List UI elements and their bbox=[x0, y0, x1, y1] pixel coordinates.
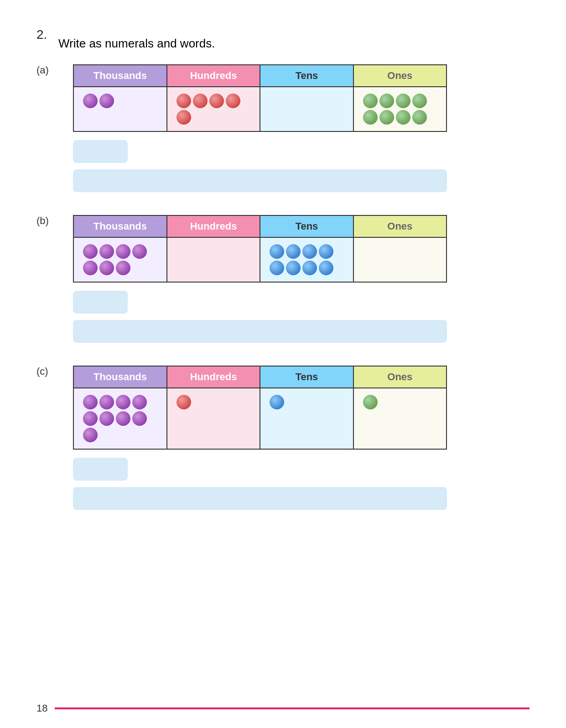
page-footer: 18 bbox=[36, 702, 530, 714]
dot bbox=[270, 244, 284, 259]
dots-c-hundreds bbox=[177, 395, 251, 409]
dot bbox=[209, 94, 224, 108]
part-a: (a) Thousands Hundreds Tens Ones bbox=[36, 64, 530, 192]
dot bbox=[412, 94, 427, 108]
cell-b-thousands bbox=[73, 237, 167, 282]
dot bbox=[396, 110, 410, 125]
dots-b-tens bbox=[270, 244, 343, 275]
dots-c-tens bbox=[270, 395, 343, 409]
cell-b-hundreds bbox=[167, 237, 260, 282]
question-instruction: Write as numerals and words. bbox=[36, 37, 530, 51]
header-hundreds-b: Hundreds bbox=[167, 215, 260, 237]
dot bbox=[379, 94, 394, 108]
dot bbox=[99, 395, 114, 409]
dot bbox=[132, 411, 147, 426]
dot bbox=[226, 94, 240, 108]
dot bbox=[177, 395, 191, 409]
dot bbox=[363, 395, 378, 409]
header-hundreds-c: Hundreds bbox=[167, 366, 260, 388]
dot bbox=[99, 94, 114, 108]
part-b: (b) Thousands Hundreds Tens Ones bbox=[36, 215, 530, 343]
dot bbox=[412, 110, 427, 125]
table-c: Thousands Hundreds Tens Ones bbox=[73, 366, 447, 450]
cell-c-hundreds bbox=[167, 388, 260, 449]
header-ones-a: Ones bbox=[353, 65, 447, 87]
answer-boxes-c bbox=[73, 458, 447, 510]
dot bbox=[132, 395, 147, 409]
dot bbox=[116, 395, 130, 409]
answer-boxes-b bbox=[73, 291, 447, 343]
header-thousands-c: Thousands bbox=[73, 366, 167, 388]
cell-c-ones bbox=[353, 388, 447, 449]
dot bbox=[177, 110, 191, 125]
cell-b-ones bbox=[353, 237, 447, 282]
cell-c-tens bbox=[260, 388, 353, 449]
answer-numeral-c[interactable] bbox=[73, 458, 128, 481]
dot bbox=[116, 261, 130, 275]
dot bbox=[116, 411, 130, 426]
cell-b-tens bbox=[260, 237, 353, 282]
dot bbox=[302, 244, 317, 259]
dot bbox=[193, 94, 208, 108]
part-b-label: (b) bbox=[36, 215, 51, 227]
dot bbox=[99, 261, 114, 275]
dot bbox=[83, 428, 98, 442]
header-tens-a: Tens bbox=[260, 65, 353, 87]
answer-words-b[interactable] bbox=[73, 320, 447, 343]
dots-c-thousands bbox=[83, 395, 157, 442]
cell-c-thousands bbox=[73, 388, 167, 449]
header-ones-c: Ones bbox=[353, 366, 447, 388]
header-hundreds-a: Hundreds bbox=[167, 65, 260, 87]
answer-numeral-a[interactable] bbox=[73, 140, 128, 163]
dot bbox=[270, 395, 284, 409]
header-ones-b: Ones bbox=[353, 215, 447, 237]
cell-a-hundreds bbox=[167, 87, 260, 131]
dot bbox=[286, 261, 301, 275]
dots-a-hundreds bbox=[177, 94, 251, 125]
cell-a-tens bbox=[260, 87, 353, 131]
dot bbox=[116, 244, 130, 259]
table-a: Thousands Hundreds Tens Ones bbox=[73, 64, 447, 132]
dot bbox=[177, 94, 191, 108]
cell-a-ones bbox=[353, 87, 447, 131]
answer-numeral-b[interactable] bbox=[73, 291, 128, 314]
cell-a-thousands bbox=[73, 87, 167, 131]
dot bbox=[302, 261, 317, 275]
dots-a-ones bbox=[363, 94, 437, 125]
dot bbox=[99, 411, 114, 426]
page-number: 18 bbox=[36, 702, 47, 714]
header-thousands-a: Thousands bbox=[73, 65, 167, 87]
dots-c-ones bbox=[363, 395, 437, 409]
part-a-label: (a) bbox=[36, 64, 51, 76]
dot bbox=[83, 94, 98, 108]
dot bbox=[83, 244, 98, 259]
dot bbox=[270, 261, 284, 275]
dot bbox=[319, 261, 333, 275]
dot bbox=[396, 94, 410, 108]
dot bbox=[363, 94, 378, 108]
dot bbox=[132, 244, 147, 259]
dot bbox=[99, 244, 114, 259]
dot bbox=[83, 395, 98, 409]
header-thousands-b: Thousands bbox=[73, 215, 167, 237]
dot bbox=[83, 261, 98, 275]
header-tens-b: Tens bbox=[260, 215, 353, 237]
part-c: (c) Thousands Hundreds Tens Ones bbox=[36, 366, 530, 510]
dot bbox=[286, 244, 301, 259]
header-tens-c: Tens bbox=[260, 366, 353, 388]
dots-b-thousands bbox=[83, 244, 157, 275]
dots-a-thousands bbox=[83, 94, 157, 108]
answer-boxes-a bbox=[73, 140, 447, 192]
footer-line bbox=[55, 707, 530, 709]
answer-words-a[interactable] bbox=[73, 169, 447, 192]
part-c-label: (c) bbox=[36, 366, 51, 377]
dot bbox=[319, 244, 333, 259]
table-b: Thousands Hundreds Tens Ones bbox=[73, 215, 447, 283]
answer-words-c[interactable] bbox=[73, 487, 447, 510]
dot bbox=[363, 110, 378, 125]
dot bbox=[83, 411, 98, 426]
dot bbox=[379, 110, 394, 125]
